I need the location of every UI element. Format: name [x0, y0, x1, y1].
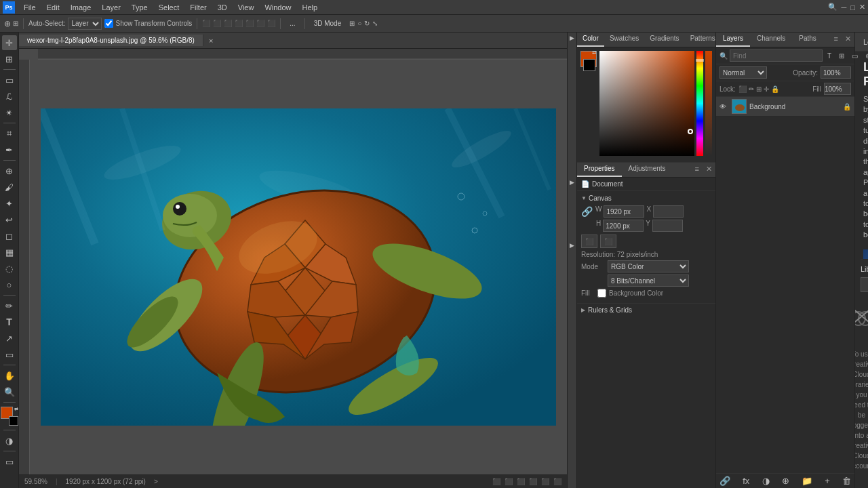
filter-layers-type-btn[interactable]: T — [825, 51, 834, 61]
scale-icon[interactable]: ⤡ — [372, 20, 378, 27]
link-wh-icon[interactable]: 🔗 — [581, 206, 593, 217]
libraries-search-input[interactable] — [861, 277, 868, 292]
fill-input[interactable] — [824, 83, 851, 95]
align-left-icon[interactable]: ⬛ — [202, 20, 210, 27]
text-tool[interactable]: T — [2, 314, 17, 329]
collapse-layers-btn[interactable]: ▶ — [570, 242, 574, 249]
quick-mask-tool[interactable]: ◑ — [2, 433, 17, 448]
dodge-tool[interactable]: ○ — [2, 277, 17, 292]
blend-mode-select[interactable]: Normal — [719, 66, 767, 79]
portrait-btn[interactable]: ⬛ — [581, 235, 597, 248]
status-icon-3[interactable]: ⬛ — [517, 478, 525, 485]
minimize-icon[interactable]: ─ — [842, 3, 847, 12]
close-icon[interactable]: ✕ — [859, 3, 865, 12]
opacity-input[interactable] — [821, 66, 851, 79]
layers-tab[interactable]: Layers — [716, 33, 750, 47]
y-input[interactable] — [652, 220, 683, 232]
channels-tab[interactable]: Channels — [750, 33, 792, 47]
props-panel-close[interactable]: ✕ — [703, 163, 715, 177]
color-mode-select[interactable]: RGB Color — [608, 260, 689, 272]
lock-all-icon[interactable]: 🔒 — [771, 85, 779, 93]
status-arrow[interactable]: > — [154, 478, 158, 485]
align-center-icon[interactable]: ⬛ — [213, 20, 221, 27]
history-tool[interactable]: ↩ — [2, 212, 17, 227]
menu-view[interactable]: View — [233, 2, 259, 13]
add-group-btn[interactable]: 📁 — [802, 476, 812, 486]
layers-panel-close[interactable]: ✕ — [842, 33, 854, 47]
status-icon-4[interactable]: ⬛ — [529, 478, 537, 485]
background-color-box[interactable] — [9, 416, 18, 426]
brush-tool[interactable]: 🖌 — [2, 180, 17, 195]
marquee-tool[interactable]: ▭ — [2, 73, 17, 87]
search-icon[interactable]: 🔍 — [828, 3, 837, 12]
canvas-arrow-icon[interactable]: ▼ — [581, 195, 587, 201]
delete-layer-btn[interactable]: 🗑 — [842, 476, 851, 486]
gradient-tool[interactable]: ▦ — [2, 245, 17, 260]
layers-search-input[interactable] — [730, 49, 823, 62]
status-icon-1[interactable]: ⬛ — [492, 478, 500, 485]
adjustments-tab[interactable]: Adjustments — [622, 163, 673, 177]
menu-type[interactable]: Type — [127, 2, 153, 13]
color-tab[interactable]: Color — [577, 33, 604, 47]
menu-filter[interactable]: Filter — [185, 2, 211, 13]
maximize-icon[interactable]: □ — [850, 3, 855, 12]
close-tab-btn[interactable]: × — [203, 35, 218, 47]
hand-tool[interactable]: ✋ — [2, 368, 17, 383]
add-mask-btn[interactable]: ◑ — [762, 476, 770, 486]
screen-mode-tool[interactable]: ▭ — [2, 454, 17, 469]
move-tool[interactable]: ✛ — [2, 35, 17, 50]
add-layer-effect-btn[interactable]: fx — [743, 476, 749, 486]
healing-tool[interactable]: ⊕ — [2, 163, 17, 178]
lock-transparent-icon[interactable]: ⬛ — [738, 85, 747, 93]
add-layer-btn[interactable]: + — [825, 476, 830, 486]
color-spectrum[interactable] — [599, 51, 694, 156]
status-icon-6[interactable]: ⬛ — [553, 478, 561, 485]
zoom-tool[interactable]: 🔍 — [2, 384, 17, 399]
fill-checkbox[interactable] — [597, 289, 606, 298]
distribute-v-icon[interactable]: ⬛ — [267, 20, 275, 27]
eraser-tool[interactable]: ◻ — [2, 228, 17, 243]
x-input[interactable] — [653, 205, 684, 218]
alpha-bar[interactable] — [705, 51, 712, 156]
stamp-tool[interactable]: ✦ — [2, 196, 17, 211]
width-input[interactable] — [604, 205, 644, 218]
learn-tab-label[interactable]: Learn — [863, 38, 868, 46]
paths-tab[interactable]: Paths — [792, 33, 823, 47]
3d-mode-btn[interactable]: 3D Mode — [310, 18, 346, 29]
hue-bar[interactable] — [696, 51, 703, 156]
menu-edit[interactable]: Edit — [42, 2, 64, 13]
layer-item-background[interactable]: 👁 Background 🔒 — [716, 97, 854, 117]
show-transform-checkbox[interactable] — [104, 19, 113, 28]
landscape-btn[interactable]: ⬛ — [600, 235, 616, 248]
status-icon-2[interactable]: ⬛ — [505, 478, 513, 485]
menu-select[interactable]: Select — [154, 2, 184, 13]
gradients-tab[interactable]: Gradients — [644, 33, 684, 47]
rotate-icon[interactable]: ↻ — [364, 20, 370, 27]
pivot-icon[interactable]: ○ — [357, 20, 361, 27]
eyedropper-tool[interactable]: ✒ — [2, 142, 17, 157]
layer-link-btn[interactable]: 🔗 — [719, 476, 730, 486]
filter-layers-adj-btn[interactable]: ⊞ — [836, 51, 847, 61]
height-input[interactable] — [603, 220, 644, 232]
background-swatch[interactable] — [583, 59, 595, 71]
swap-fg-bg-icon[interactable]: ⇄ — [592, 49, 597, 56]
blur-tool[interactable]: ◌ — [2, 261, 17, 276]
layer-name[interactable]: Background — [749, 103, 840, 110]
artboard-tool[interactable]: ⊞ — [2, 52, 17, 66]
status-icon-5[interactable]: ⬛ — [541, 478, 549, 485]
menu-3d[interactable]: 3D — [213, 2, 232, 13]
add-adjustment-btn[interactable]: ⊕ — [782, 476, 789, 486]
align-right-icon[interactable]: ⬛ — [224, 20, 232, 27]
distribute-icon[interactable]: ⬛ — [245, 20, 254, 27]
swatches-tab[interactable]: Swatches — [604, 33, 644, 47]
more-options-btn[interactable]: ... — [285, 18, 299, 29]
lock-artboard-icon[interactable]: ⊞ — [756, 85, 762, 93]
menu-layer[interactable]: Layer — [97, 2, 125, 13]
crop-tool[interactable]: ⌗ — [2, 126, 17, 141]
layers-panel-menu[interactable]: ≡ — [831, 33, 842, 47]
menu-file[interactable]: File — [19, 2, 41, 13]
menu-help[interactable]: Help — [298, 2, 323, 13]
lock-image-icon[interactable]: ✏ — [749, 85, 754, 93]
properties-tab[interactable]: Properties — [577, 163, 622, 177]
align-top-icon[interactable]: ⬛ — [235, 20, 243, 27]
